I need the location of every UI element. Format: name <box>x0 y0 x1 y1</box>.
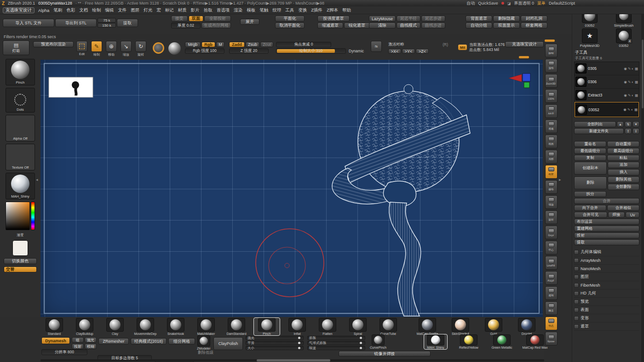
sharpen-mask-button[interactable]: 锐化遮罩 <box>344 23 370 28</box>
brush-thumbnail[interactable]: Spiral <box>345 318 371 335</box>
move-top-icon[interactable]: ↥ <box>625 128 632 134</box>
subtool-visibility-icons[interactable]: ◉ ✎ ◐ ▦ <box>623 107 638 112</box>
rename-button[interactable]: 重命名 <box>574 141 606 147</box>
mirror-and-weld-button[interactable]: 镜像并焊接 <box>339 351 431 356</box>
zadd-toggle[interactable]: Zadd <box>229 42 245 47</box>
backface-mask-button[interactable]: 背面遮罩 <box>466 16 492 22</box>
mini-slider[interactable]: 气球式膨胀 <box>307 341 365 345</box>
subtool-swap-icon[interactable]: ⇅ <box>625 121 632 127</box>
axis-gizmo[interactable] <box>509 74 530 88</box>
zsub-toggle[interactable]: Zsub <box>246 42 259 47</box>
menu-item[interactable]: 模板 <box>247 7 255 13</box>
append-button[interactable]: 追加 <box>608 162 639 168</box>
extract-section-button[interactable]: 提取 <box>574 239 639 245</box>
new-folder-button[interactable]: 新建文件夹 <box>574 128 624 134</box>
boolean-section[interactable]: 布尔运算 <box>574 219 639 225</box>
shelf-icon-button[interactable]: 透视 <box>545 119 558 133</box>
slider-knob[interactable] <box>360 347 362 349</box>
canvas-nav-thumbnail[interactable] <box>49 77 93 97</box>
brush-thumbnail[interactable]: MatchMaker <box>193 318 219 335</box>
palette-section-header[interactable]: FiberMesh <box>574 281 639 289</box>
merge-similar-button[interactable]: 合并相似 <box>607 205 639 211</box>
import-stl-button[interactable]: 导入 STL 文件 <box>3 19 54 27</box>
divider-handle-icon[interactable] <box>519 56 529 58</box>
current-stroke-thumbnail[interactable]: Dots <box>6 88 35 113</box>
delete-other-button[interactable]: 删除其他 <box>608 176 639 183</box>
color-gradient-square[interactable] <box>6 202 30 230</box>
current-material-thumbnail[interactable]: MAH_Shiny <box>6 173 35 199</box>
z-intensity-slider[interactable]: Z 强度 20 <box>229 48 269 54</box>
dynamesh-project-toggle[interactable]: 投射 <box>72 344 84 349</box>
sym-z-toggle[interactable]: >Z< <box>416 49 429 54</box>
accept-button[interactable]: 接受 <box>171 16 188 22</box>
dynamesh-polish-toggle[interactable]: 抛光 <box>85 337 97 343</box>
zmodeler-brush[interactable]: ZModeler <box>197 335 211 350</box>
flatten-button[interactable]: 平面化 <box>275 16 305 22</box>
subtool-visibility-icons[interactable]: ◉ ✎ ◐ ▦ <box>624 80 638 84</box>
switch-color-button[interactable]: 切换颜色 <box>4 258 37 264</box>
slider-knob[interactable] <box>298 342 300 344</box>
current-alpha-thumbnail[interactable]: Alpha Off <box>6 115 35 141</box>
move-mode-button[interactable]: ⊕ 移动 <box>106 41 117 57</box>
material-thumbnail[interactable]: Droplet <box>515 318 538 335</box>
zscript-label[interactable]: DefaultZScript <box>549 1 575 6</box>
subtool-down-icon[interactable]: ▼ <box>632 121 639 127</box>
dynamesh-groups-toggle[interactable]: 组 <box>72 337 84 343</box>
mini-slider[interactable]: 平滑 <box>246 341 304 345</box>
palette-section-header[interactable]: 几何体编辑 <box>574 248 639 256</box>
menu-item[interactable]: 首选项 <box>217 7 230 13</box>
shelf-icon-button[interactable]: 缩放 <box>545 195 558 209</box>
brush-thumbnail[interactable]: Inflat <box>284 318 310 335</box>
subtool-visibility-icons[interactable]: ◉ ✎ ◐ ▦ <box>624 67 638 71</box>
menu-item[interactable]: 影片 <box>191 7 200 13</box>
mrgb-toggle[interactable]: Mrgb <box>185 42 201 47</box>
subtool-row[interactable]: 0306 ◉ ✎ ◐ ▦ <box>575 75 639 89</box>
delete-hidden-button[interactable]: 删除隐藏 <box>493 16 520 22</box>
menu-item[interactable]: 纹理 <box>272 7 281 13</box>
brush-thumbnail[interactable]: Flatten <box>315 318 340 335</box>
shelf-icon-button[interactable]: 中心 <box>545 241 558 255</box>
menu-item[interactable]: 渲染 <box>234 7 242 13</box>
slider-knob[interactable] <box>298 347 300 349</box>
right-scrollbar[interactable] <box>641 7 644 362</box>
rgb-intensity-slider[interactable]: Rgb 强度 100 <box>185 48 224 54</box>
shelf-icon-button[interactable]: 局部 <box>545 150 558 164</box>
menu-item[interactable]: 拾取 <box>204 7 213 13</box>
thickness-slider[interactable]: 厚度 0.02 <box>171 23 201 28</box>
menu-item[interactable]: Z插件 <box>311 7 322 13</box>
resolution-slider[interactable]: 分辨率 800 <box>41 349 87 355</box>
sym-x-toggle[interactable]: >X< <box>388 49 401 54</box>
subtool-row[interactable]: 0305 ◉ ✎ ◐ ▦ <box>575 62 639 75</box>
menu-item[interactable]: 笔触 <box>259 7 268 13</box>
menu-item[interactable]: 文件 <box>118 7 126 13</box>
palette-section-header[interactable]: 表面 <box>574 306 639 314</box>
dynamic-label[interactable]: Dynamic <box>349 49 364 53</box>
menu-item[interactable]: 文档 <box>79 7 88 13</box>
auto-reorder-button[interactable]: 自动重排 <box>607 141 639 147</box>
shelf-icon-button[interactable]: 100% <box>545 89 558 103</box>
current-brush-ring-icon[interactable] <box>153 42 164 54</box>
menu-item[interactable]: 标记 <box>165 7 174 13</box>
material-thumbnail[interactable]: MatCap Gorilla <box>416 318 439 335</box>
menu-item[interactable]: Z脚本 <box>327 7 338 13</box>
palette-section-header[interactable]: ArrayMesh <box>574 256 639 265</box>
unfold-button[interactable]: 展开 <box>240 19 259 25</box>
shrink-mask-button[interactable]: 缩减遮罩 <box>317 23 343 28</box>
mini-slider[interactable]: 噪波 <box>307 346 365 350</box>
menu-item[interactable]: 宏 <box>156 7 161 13</box>
menu-item[interactable]: 帮助 <box>342 7 351 13</box>
material-thumbnail[interactable]: ReflectYellow <box>457 334 480 349</box>
duplicate-button[interactable]: 创建副本 <box>574 162 607 175</box>
alternate-button[interactable]: 交替 <box>4 266 37 272</box>
mini-slider[interactable]: 膨胀 <box>307 336 365 340</box>
insert-button[interactable]: 插入 <box>608 169 639 175</box>
rgb-toggle[interactable]: Rgb <box>201 42 215 47</box>
shelf-icon-button[interactable]: 框架 <box>545 165 558 179</box>
shelf-icon-button[interactable]: 透明 <box>545 286 558 300</box>
list-all-button[interactable]: 全部列出 <box>574 121 616 127</box>
active-tool[interactable]: 4 03052 <box>608 28 639 48</box>
palette-section-header[interactable]: 遮罩 <box>574 322 639 331</box>
quicksave-button[interactable]: QuickSave <box>478 1 498 6</box>
shelf-icon-button[interactable]: BPR <box>545 44 558 57</box>
shelf-icon-button[interactable]: 地面 <box>545 135 558 148</box>
